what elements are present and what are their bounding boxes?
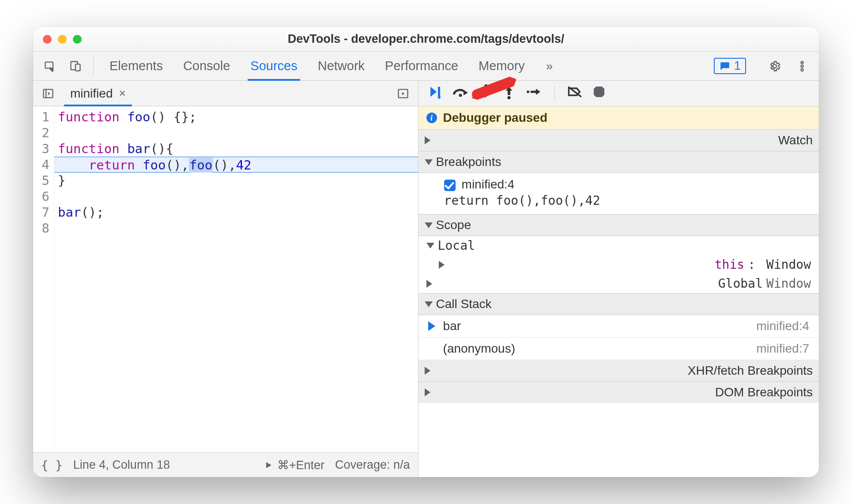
svg-rect-0 — [45, 62, 53, 68]
navigator-toggle-icon[interactable] — [38, 81, 59, 106]
debugger-controls — [418, 81, 819, 106]
file-tab-label: minified — [70, 87, 113, 101]
deactivate-breakpoints-button[interactable] — [567, 85, 582, 102]
coverage-label[interactable]: Coverage: n/a — [335, 458, 410, 472]
svg-rect-8 — [438, 87, 440, 97]
source-tabs-bar: minified × — [33, 81, 418, 106]
zoom-window-button[interactable] — [73, 35, 82, 44]
window-title: DevTools - developer.chrome.com/tags/dev… — [33, 32, 819, 46]
info-icon: i — [426, 113, 437, 123]
scope-body: Local this: Window Global Window — [418, 236, 819, 293]
line-gutter[interactable]: 1 2 3 4 5 6 7 8 — [33, 106, 54, 452]
breakpoint-item[interactable]: minified:4 return foo(),foo(),42 — [418, 173, 819, 214]
debugger-panel: i Debugger paused Watch Breakpoints mini… — [418, 81, 819, 477]
window-controls — [33, 35, 82, 44]
run-snippet-icon[interactable] — [392, 81, 414, 106]
device-toolbar-icon[interactable] — [65, 52, 86, 80]
inspect-element-icon[interactable] — [39, 52, 60, 80]
dom-section-header[interactable]: DOM Breakpoints — [418, 382, 819, 403]
pause-on-exceptions-button[interactable] — [592, 85, 606, 102]
scope-section-header[interactable]: Scope — [418, 214, 819, 236]
main-toolbar: Elements Console Sources Network Perform… — [33, 52, 819, 81]
close-tab-icon[interactable]: × — [119, 87, 125, 100]
watch-section-header[interactable]: Watch — [418, 130, 819, 151]
code-lines: function foo() {}; function bar(){ retur… — [54, 106, 418, 452]
step-button[interactable] — [525, 85, 542, 102]
panel-tabs: Elements Console Sources Network Perform… — [101, 52, 701, 80]
scope-local[interactable]: Local — [418, 236, 819, 255]
messages-badge[interactable]: 1 — [714, 58, 746, 74]
tab-console[interactable]: Console — [181, 52, 233, 80]
svg-point-12 — [527, 90, 529, 93]
tab-performance[interactable]: Performance — [382, 52, 461, 80]
svg-point-9 — [459, 94, 462, 97]
callstack-frame[interactable]: bar minified:4 — [418, 315, 819, 338]
more-tabs-icon[interactable]: » — [543, 52, 557, 80]
breakpoints-section-header[interactable]: Breakpoints — [418, 151, 819, 173]
scope-this[interactable]: this: Window — [418, 255, 819, 274]
messages-count: 1 — [734, 59, 741, 73]
svg-point-3 — [801, 61, 803, 64]
svg-rect-2 — [75, 64, 80, 71]
resume-button[interactable] — [427, 84, 442, 102]
titlebar: DevTools - developer.chrome.com/tags/dev… — [33, 27, 819, 52]
breakpoint-code: return foo(),foo(),42 — [444, 193, 811, 208]
svg-point-4 — [801, 65, 803, 67]
minimize-window-button[interactable] — [58, 35, 67, 44]
close-window-button[interactable] — [43, 35, 52, 44]
pretty-print-icon[interactable]: { } — [41, 458, 63, 472]
cursor-position: Line 4, Column 18 — [73, 458, 170, 472]
xhr-section-header[interactable]: XHR/fetch Breakpoints — [418, 360, 819, 382]
kebab-menu-icon[interactable] — [792, 60, 813, 72]
tab-elements[interactable]: Elements — [107, 52, 166, 80]
settings-icon[interactable] — [764, 60, 785, 72]
scope-global[interactable]: Global Window — [418, 274, 819, 293]
run-indicator[interactable]: ⌘+Enter — [264, 458, 324, 472]
breakpoint-checkbox[interactable] — [444, 180, 456, 191]
tab-network[interactable]: Network — [315, 52, 367, 80]
source-status-bar: { } Line 4, Column 18 ⌘+Enter Coverage: … — [33, 452, 418, 477]
source-panel: minified × 1 2 3 4 5 6 7 8 — [33, 81, 418, 477]
code-editor[interactable]: 1 2 3 4 5 6 7 8 function foo() {}; funct… — [33, 106, 418, 452]
tab-sources[interactable]: Sources — [248, 52, 300, 80]
current-frame-icon — [428, 321, 435, 331]
svg-point-5 — [801, 68, 803, 71]
callstack-frame[interactable]: (anonymous) minified:7 — [418, 338, 819, 360]
callstack-section-header[interactable]: Call Stack — [418, 293, 819, 315]
callstack-body: bar minified:4 (anonymous) minified:7 — [418, 315, 819, 360]
file-tab-minified[interactable]: minified × — [64, 81, 132, 106]
devtools-window: DevTools - developer.chrome.com/tags/dev… — [33, 27, 819, 477]
